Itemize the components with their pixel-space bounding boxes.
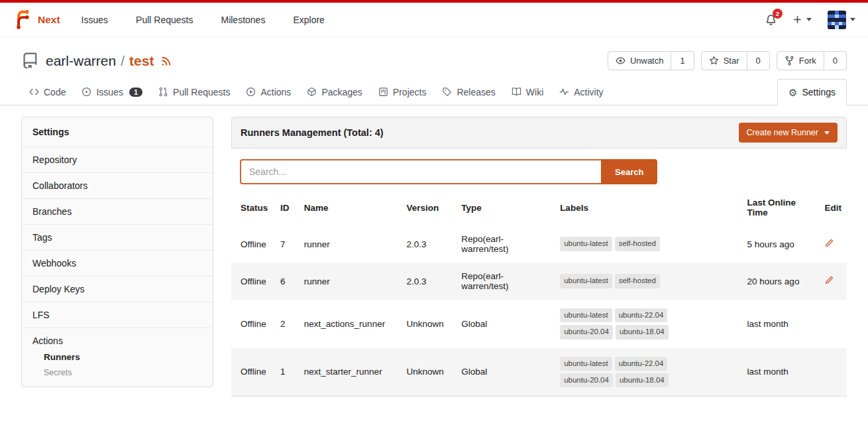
stars-count[interactable]: 0 xyxy=(747,52,769,70)
runners-panel: Runners Management (Total: 4) Create new… xyxy=(231,117,847,396)
repo-header: earl-warren / test Unwatch 1 xyxy=(0,37,868,76)
runner-version: Unknown xyxy=(402,300,457,348)
rss-feed-button[interactable] xyxy=(160,55,172,67)
fork-button[interactable]: Fork xyxy=(777,52,824,70)
fork-label: Fork xyxy=(799,56,816,66)
column-header-type: Type xyxy=(456,190,555,225)
runner-id: 1 xyxy=(275,348,299,396)
repo-owner-link[interactable]: earl-warren xyxy=(46,53,116,69)
runner-id: 6 xyxy=(275,263,299,300)
runner-label-chip: self-hosted xyxy=(615,237,660,251)
runner-labels: ubuntu-latest ubuntu-22.04 ubuntu-20.04 … xyxy=(555,300,741,348)
home-link[interactable]: Next xyxy=(13,10,60,30)
runner-edit-cell-empty xyxy=(819,300,847,348)
tab-packages[interactable]: Packages xyxy=(299,79,370,105)
repo-tabs: Code Issues 1 Pull Requests Actions xyxy=(0,79,868,105)
page-content: Settings Repository Collaborators Branch… xyxy=(0,105,868,396)
unwatch-button[interactable]: Unwatch xyxy=(608,52,671,70)
forks-count[interactable]: 0 xyxy=(824,52,846,70)
code-icon xyxy=(29,87,39,97)
sidebar-item-branches[interactable]: Branches xyxy=(22,198,213,224)
search-button[interactable]: Search xyxy=(601,159,657,184)
star-button-group: Star 0 xyxy=(701,51,770,70)
nav-milestones[interactable]: Milestones xyxy=(221,15,265,25)
sidebar-subitem-runners[interactable]: Runners xyxy=(44,352,202,362)
runner-status: Offline xyxy=(231,300,275,348)
tab-settings[interactable]: ⚙ Settings xyxy=(777,79,847,105)
runner-edit-cell-empty xyxy=(819,348,847,396)
sidebar-item-collaborators[interactable]: Collaborators xyxy=(22,172,213,198)
repo-name-link[interactable]: test xyxy=(129,53,154,69)
user-menu[interactable] xyxy=(828,11,855,29)
runner-label-chip: ubuntu-18.04 xyxy=(616,373,669,387)
tab-actions[interactable]: Actions xyxy=(238,79,299,105)
sidebar-item-lfs[interactable]: LFS xyxy=(22,302,213,328)
table-row: Offline 7 runner 2.0.3 Repo(earl-warren/… xyxy=(231,225,847,263)
tab-releases[interactable]: Releases xyxy=(434,79,503,105)
nav-issues[interactable]: Issues xyxy=(81,15,108,25)
package-icon xyxy=(307,87,317,97)
sidebar-actions-submenu: Runners Secrets xyxy=(44,352,202,377)
tab-wiki[interactable]: Wiki xyxy=(504,79,551,105)
repo-separator: / xyxy=(121,53,125,69)
tab-label: Wiki xyxy=(526,87,543,97)
top-navbar: Next Issues Pull Requests Milestones Exp… xyxy=(0,3,868,37)
sidebar-subitem-secrets[interactable]: Secrets xyxy=(44,368,202,377)
tab-label: Code xyxy=(44,87,66,97)
fork-button-group: Fork 0 xyxy=(777,51,847,70)
repo-title: earl-warren / test xyxy=(46,53,172,69)
sidebar-item-tags[interactable]: Tags xyxy=(22,224,213,250)
runner-version: 2.0.3 xyxy=(402,225,457,263)
tab-issues[interactable]: Issues 1 xyxy=(74,79,150,105)
star-button[interactable]: Star xyxy=(702,52,747,70)
runner-label-chip: ubuntu-22.04 xyxy=(615,308,668,322)
tab-activity[interactable]: Activity xyxy=(551,79,611,105)
runners-table-header: Status ID Name Version Type Labels Last … xyxy=(231,190,847,225)
runner-id: 7 xyxy=(275,225,299,263)
runner-version: Unknown xyxy=(402,348,457,396)
star-label: Star xyxy=(724,56,739,66)
sidebar-item-actions[interactable]: Actions Runners Secrets xyxy=(22,328,213,387)
nav-explore[interactable]: Explore xyxy=(293,15,324,25)
sidebar-actions-label: Actions xyxy=(32,336,63,346)
tab-label: Issues xyxy=(96,87,123,97)
runner-label-chip: ubuntu-latest xyxy=(560,237,612,251)
repo-icon xyxy=(21,52,39,70)
fork-icon xyxy=(785,56,794,66)
runner-name: next_actions_runner xyxy=(299,300,402,348)
table-row: Offline 2 next_actions_runner Unknown Gl… xyxy=(231,300,847,348)
tabs-spacer xyxy=(612,79,777,105)
avatar xyxy=(828,11,846,29)
watchers-count[interactable]: 1 xyxy=(671,52,693,70)
tag-icon xyxy=(442,87,452,97)
runner-type: Repo(earl-warren/test) xyxy=(456,263,555,300)
edit-runner-button[interactable] xyxy=(824,238,834,248)
tab-code[interactable]: Code xyxy=(21,79,74,105)
notifications-button[interactable]: 2 xyxy=(765,14,777,25)
sidebar-title: Settings xyxy=(22,117,213,147)
play-icon xyxy=(246,87,256,97)
create-new-runner-button[interactable]: Create new Runner xyxy=(739,123,838,143)
book-icon xyxy=(512,87,521,97)
tab-label: Settings xyxy=(802,87,836,97)
sidebar-item-deploy-keys[interactable]: Deploy Keys xyxy=(22,276,213,302)
navbar-right: 2 xyxy=(765,11,855,29)
sidebar-item-webhooks[interactable]: Webhooks xyxy=(22,250,213,276)
create-new-dropdown[interactable] xyxy=(792,15,812,25)
star-icon xyxy=(709,56,719,66)
plus-icon xyxy=(792,15,802,25)
edit-runner-button[interactable] xyxy=(824,275,834,285)
runner-type: Global xyxy=(456,348,555,396)
tab-label: Projects xyxy=(393,87,427,97)
eye-icon xyxy=(616,56,625,66)
sidebar-item-repository[interactable]: Repository xyxy=(22,147,213,172)
column-header-last-online: Last Online Time xyxy=(742,190,820,225)
runner-search-input[interactable] xyxy=(240,159,601,184)
tab-projects[interactable]: Projects xyxy=(370,79,435,105)
pencil-icon xyxy=(824,275,834,285)
runner-last-online: last month xyxy=(742,348,820,396)
tab-pull-requests[interactable]: Pull Requests xyxy=(150,79,238,105)
nav-pull-requests[interactable]: Pull Requests xyxy=(136,15,193,25)
runner-label-chip: ubuntu-20.04 xyxy=(560,325,613,339)
runners-table: Status ID Name Version Type Labels Last … xyxy=(231,190,847,396)
